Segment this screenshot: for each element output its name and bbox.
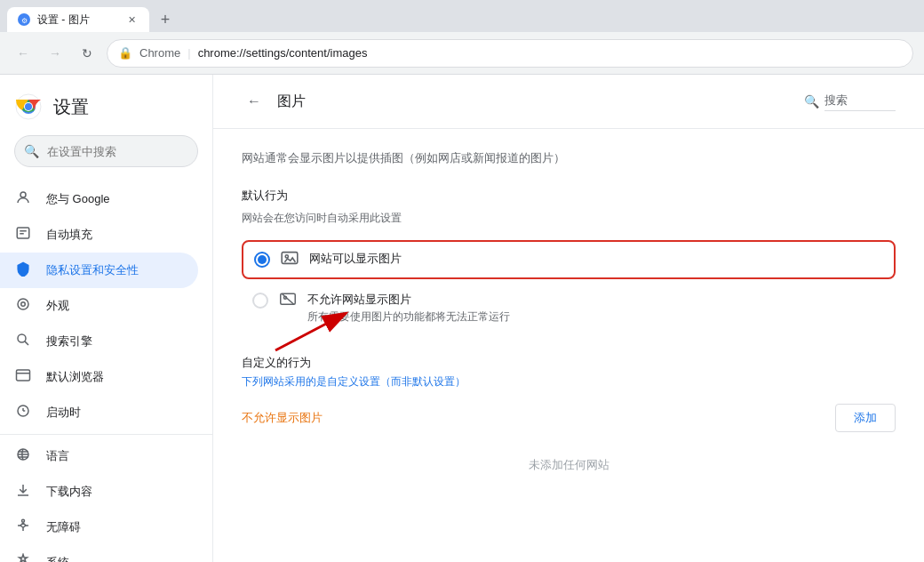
sidebar-search[interactable]: 🔍 — [14, 135, 198, 167]
content-header: ← 图片 🔍 搜索 — [213, 75, 924, 129]
address-separator: | — [187, 46, 190, 60]
chrome-logo — [14, 92, 43, 121]
active-tab[interactable]: ⚙ 设置 - 图片 ✕ — [7, 7, 149, 32]
tab-bar: ⚙ 设置 - 图片 ✕ + — [7, 0, 178, 32]
disallow-main-label: 不允许网站显示图片 — [307, 292, 885, 308]
language-icon — [14, 446, 32, 466]
refresh-button[interactable]: ↻ — [75, 41, 100, 66]
default-browser-icon — [14, 367, 32, 387]
custom-section-title: 自定义的行为 — [242, 355, 896, 371]
disallow-radio-button[interactable] — [252, 293, 268, 309]
content-search[interactable]: 🔍 搜索 — [804, 92, 896, 111]
appearance-icon — [14, 296, 32, 316]
sidebar-search-input[interactable] — [14, 135, 198, 167]
sidebar-item-label: 您与 Google — [46, 191, 110, 207]
accessibility-icon — [14, 518, 32, 537]
sidebar-item-label: 系统 — [46, 555, 69, 562]
sidebar-item-label: 默认浏览器 — [46, 369, 104, 385]
sidebar-search-icon: 🔍 — [24, 144, 39, 158]
sidebar-item-system[interactable]: 系统 — [0, 545, 198, 562]
empty-state-text: 未添加任何网站 — [242, 443, 896, 487]
svg-point-28 — [284, 296, 287, 299]
no-image-icon — [279, 292, 297, 311]
sidebar-item-downloads[interactable]: 下载内容 — [0, 474, 198, 510]
sidebar-item-label: 无障碍 — [46, 519, 81, 535]
sidebar-item-autofill[interactable]: 自动填充 — [0, 217, 198, 253]
svg-point-25 — [285, 255, 288, 258]
sidebar-item-startup[interactable]: 启动时 — [0, 395, 198, 430]
security-icon: 🔒 — [118, 46, 132, 60]
chrome-label: Chrome — [139, 46, 180, 60]
allow-main-label: 网站可以显示图片 — [309, 251, 883, 267]
allow-radio-button[interactable] — [254, 252, 270, 268]
disallow-radio-text: 不允许网站显示图片 所有需要使用图片的功能都将无法正常运行 — [307, 292, 885, 325]
back-nav-button[interactable]: ← — [11, 41, 36, 66]
settings-title: 设置 — [53, 95, 89, 119]
system-icon — [14, 553, 32, 562]
address-bar[interactable]: 🔒 Chrome | chrome://settings/content/ima… — [107, 39, 913, 68]
content-header-left: ← 图片 — [242, 89, 306, 114]
svg-point-12 — [18, 334, 26, 342]
sidebar-item-default[interactable]: 默认浏览器 — [0, 359, 198, 395]
svg-point-10 — [18, 299, 28, 309]
sidebar-item-google[interactable]: 您与 Google — [0, 181, 198, 217]
tab-favicon: ⚙ — [18, 13, 30, 26]
custom-section-sub[interactable]: 下列网站采用的是自定义设置（而非默认设置） — [242, 374, 896, 389]
svg-point-6 — [20, 192, 26, 197]
allow-radio-text: 网站可以显示图片 — [309, 251, 883, 267]
sidebar-item-label: 自动填充 — [46, 227, 92, 243]
content-page-title: 图片 — [277, 92, 306, 111]
allow-images-option[interactable]: 网站可以显示图片 — [242, 240, 896, 279]
svg-point-5 — [25, 103, 32, 110]
tab-title: 设置 - 图片 — [37, 12, 117, 28]
content-search-icon: 🔍 — [804, 94, 819, 108]
disallow-sub-label: 所有需要使用图片的功能都将无法正常运行 — [307, 309, 885, 325]
sidebar-item-label: 语言 — [46, 448, 69, 464]
disallow-section: 不允许显示图片 添加 — [242, 404, 896, 432]
add-button[interactable]: 添加 — [835, 404, 896, 432]
title-bar: ⚙ 设置 - 图片 ✕ + — [0, 0, 924, 32]
sidebar-item-label: 外观 — [46, 298, 69, 314]
user-icon — [14, 189, 32, 209]
content-search-label: 搜索 — [824, 92, 896, 111]
content-body: 网站通常会显示图片以提供插图（例如网店或新闻报道的图片） 默认行为 网站会在您访… — [213, 129, 924, 509]
sidebar-item-appearance[interactable]: 外观 — [0, 288, 198, 324]
autofill-icon — [14, 225, 32, 245]
content-back-button[interactable]: ← — [242, 89, 267, 114]
toolbar: ← → ↻ 🔒 Chrome | chrome://settings/conte… — [0, 32, 924, 75]
new-tab-button[interactable]: + — [153, 7, 178, 32]
image-icon — [281, 251, 299, 269]
forward-nav-button[interactable]: → — [43, 41, 68, 66]
download-icon — [14, 482, 32, 502]
description-text: 网站通常会显示图片以提供插图（例如网店或新闻报道的图片） — [242, 150, 896, 166]
sidebar-item-label: 搜索引擎 — [46, 333, 92, 349]
sidebar-item-accessibility[interactable]: 无障碍 — [0, 510, 198, 545]
content-area: ← 图片 🔍 搜索 网站通常会显示图片以提供插图（例如网店或新闻报道的图片） 默… — [213, 75, 924, 562]
svg-line-27 — [282, 293, 294, 304]
default-behavior-sublabel: 网站会在您访问时自动采用此设置 — [242, 211, 896, 226]
sidebar-header: 设置 — [0, 75, 212, 135]
sidebar-item-search[interactable]: 搜索引擎 — [0, 324, 198, 359]
disallow-label: 不允许显示图片 — [242, 410, 323, 426]
startup-icon — [14, 403, 32, 422]
search-icon — [14, 332, 32, 351]
sidebar-item-language[interactable]: 语言 — [0, 438, 198, 474]
address-url: chrome://settings/content/images — [198, 46, 368, 60]
svg-point-21 — [22, 519, 25, 522]
sidebar-item-privacy[interactable]: 隐私设置和安全性 — [0, 253, 198, 288]
disallow-images-option[interactable]: 不允许网站显示图片 所有需要使用图片的功能都将无法正常运行 — [242, 283, 896, 333]
sidebar-item-label: 启动时 — [46, 405, 81, 421]
tab-close-button[interactable]: ✕ — [124, 12, 139, 27]
svg-line-13 — [25, 341, 28, 345]
shield-icon — [14, 261, 32, 280]
sidebar-item-label: 隐私设置和安全性 — [46, 262, 139, 278]
sidebar-item-label: 下载内容 — [46, 484, 92, 500]
svg-point-11 — [21, 302, 26, 307]
main-layout: 设置 🔍 您与 Google 自动填充 隐私设置和安全性 — [0, 75, 924, 562]
custom-section: 自定义的行为 下列网站采用的是自定义设置（而非默认设置） 不允许显示图片 添加 … — [242, 355, 896, 487]
sidebar: 设置 🔍 您与 Google 自动填充 隐私设置和安全性 — [0, 75, 213, 562]
default-behavior-label: 默认行为 — [242, 188, 896, 204]
svg-text:⚙: ⚙ — [21, 17, 28, 25]
sidebar-divider — [0, 434, 212, 435]
svg-rect-14 — [17, 370, 30, 381]
